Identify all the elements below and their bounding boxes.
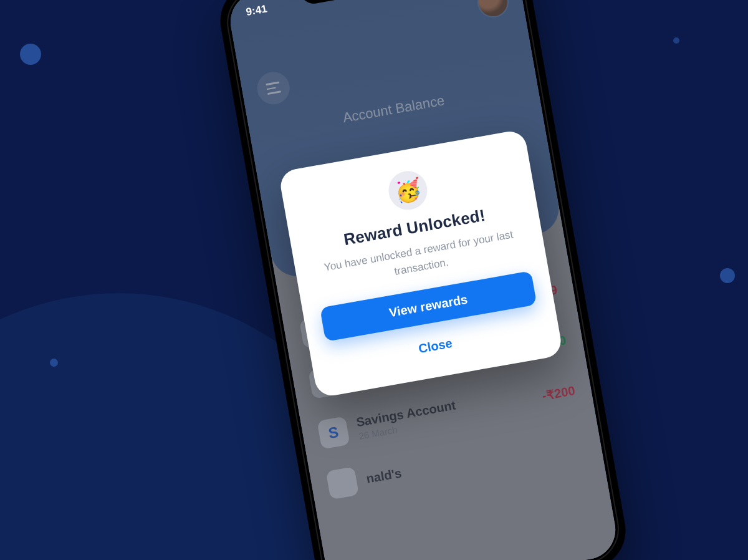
reward-unlocked-modal: 🥳 Reward Unlocked! You have unlocked a r… [278,129,563,398]
background-dot [20,44,41,65]
background-dot [673,37,679,44]
background-dot [720,268,735,283]
party-face-emoji-icon: 🥳 [386,168,431,213]
background-dot [50,359,58,367]
status-time: 9:41 [245,2,268,19]
